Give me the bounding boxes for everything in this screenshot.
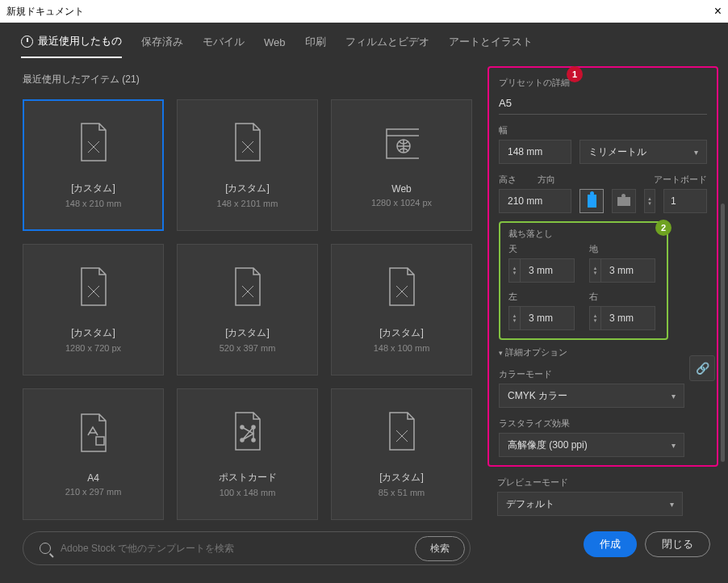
bleed-top[interactable]: 3 mm [520,258,575,283]
preset-icon [231,411,265,451]
preset-card[interactable]: [カスタム]148 x 210 mm [23,99,164,231]
preset-grid: [カスタム]148 x 210 mm[カスタム]148 x 2101 mmWeb… [23,99,475,520]
preset-dimensions: 148 x 100 mm [374,343,430,353]
preset-label: [カスタム] [379,326,424,340]
preset-card[interactable]: ポストカード100 x 148 mm [177,388,318,520]
close-icon[interactable]: × [714,4,722,19]
bleed-left-label: 左 [508,291,578,303]
preset-label: [カスタム] [379,471,424,484]
preset-dimensions: 148 x 2101 mm [217,199,278,208]
search-bar: 検索 [23,531,471,565]
preset-card[interactable]: [カスタム]85 x 51 mm [331,388,472,520]
preset-card[interactable]: Web1280 x 1024 px [331,99,472,231]
tab-label: 最近使用したもの [38,34,122,48]
search-button[interactable]: 検索 [415,536,465,561]
preset-card[interactable]: A4210 x 297 mm [23,388,164,520]
orientation-portrait[interactable] [579,189,604,213]
titlebar: 新規ドキュメント × [0,0,728,23]
tab-film[interactable]: フィルムとビデオ [345,35,429,57]
preset-details-panel: プリセットの詳細 1 幅 148 mm ミリメートル▾ 高さ 方向 アートボード… [487,66,718,467]
tab-saved[interactable]: 保存済み [141,35,183,57]
preset-icon [77,122,111,162]
preset-card[interactable]: [カスタム]148 x 2101 mm [177,99,318,231]
clock-icon [21,36,33,48]
preset-icon [77,413,111,453]
height-field[interactable]: 210 mm [499,189,571,213]
artboard-stepper[interactable]: ▲▼ [644,189,655,213]
recent-items-title: 最近使用したアイテム (21) [23,73,483,86]
preset-dimensions: 520 x 397 mm [220,343,276,353]
tab-art[interactable]: アートとイラスト [449,35,533,57]
width-label: 幅 [499,124,707,136]
artboard-label: アートボード [654,174,707,186]
unit-dropdown[interactable]: ミリメートル▾ [579,140,707,164]
preset-label: [カスタム] [225,326,270,340]
preset-icon [385,266,419,307]
preset-card[interactable]: [カスタム]148 x 100 mm [331,244,472,375]
tab-web[interactable]: Web [264,36,286,57]
width-field[interactable]: 148 mm [499,140,571,164]
preset-name-input[interactable] [499,89,707,115]
preset-dimensions: 1280 x 1024 px [371,198,432,208]
bleed-bottom[interactable]: 3 mm [600,258,655,283]
chevron-down-icon: ▾ [672,441,676,450]
height-label: 高さ [499,174,517,186]
tab-mobile[interactable]: モバイル [203,35,245,57]
preset-dimensions: 148 x 210 mm [65,199,122,208]
bleed-stepper[interactable]: ▲▼ [508,258,520,283]
chevron-down-icon: ▾ [672,392,676,401]
preset-label: ポストカード [219,471,277,484]
bleed-bottom-label: 地 [589,243,659,255]
bleed-stepper[interactable]: ▲▼ [589,306,600,330]
preset-icon [231,122,265,162]
preset-dimensions: 1280 x 720 px [65,343,121,353]
chevron-down-icon: ▾ [670,500,674,509]
svg-rect-3 [96,437,104,445]
create-button[interactable]: 作成 [584,531,637,557]
chevron-down-icon: ▾ [694,148,698,157]
preset-label: [カスタム] [225,182,270,195]
preset-card[interactable]: [カスタム]1280 x 720 px [23,244,164,375]
preset-label: [カスタム] [71,326,115,340]
bleed-top-label: 天 [508,243,578,255]
landscape-icon [617,197,630,206]
scrollbar[interactable] [721,203,725,462]
preset-label: A4 [87,472,99,484]
bleed-stepper[interactable]: ▲▼ [589,258,600,283]
preset-dimensions: 210 x 297 mm [65,487,122,497]
preset-icon [385,124,419,164]
link-bleed-button[interactable]: 🔗 [689,355,715,381]
tab-recent[interactable]: 最近使用したもの [21,34,122,58]
colormode-dropdown[interactable]: CMYK カラー▾ [499,384,684,408]
window-title: 新規ドキュメント [6,5,84,19]
annotation-2: 2 [655,220,672,236]
preview-dropdown[interactable]: デフォルト▾ [497,492,683,516]
search-icon [40,543,51,554]
search-input[interactable] [61,543,405,554]
colormode-value: CMYK カラー [508,389,567,403]
unit-value: ミリメートル [588,145,646,159]
preset-card[interactable]: [カスタム]520 x 397 mm [177,244,318,375]
raster-value: 高解像度 (300 ppi) [508,438,588,452]
raster-dropdown[interactable]: 高解像度 (300 ppi)▾ [499,433,684,457]
bleed-right-label: 右 [589,291,659,303]
bleed-stepper[interactable]: ▲▼ [508,306,520,330]
preset-dimensions: 100 x 148 mm [220,488,276,497]
bleed-right[interactable]: 3 mm [600,306,655,330]
preset-icon [231,266,265,307]
bleed-title: 裁ち落とし [508,228,659,240]
orientation-landscape[interactable] [612,189,636,213]
category-tabs: 最近使用したもの 保存済み モバイル Web 印刷 フィルムとビデオ アートとイ… [0,23,728,58]
bleed-section: 2 裁ち落とし 天▲▼3 mm 地▲▼3 mm 左▲▼3 mm 右▲▼3 mm [499,221,668,340]
colormode-label: カラーモード [499,368,707,380]
advanced-options-toggle[interactable]: 詳細オプション [499,346,707,359]
artboard-count[interactable] [663,189,707,213]
portrait-icon [588,195,596,208]
preset-dimensions: 85 x 51 mm [379,488,425,497]
preset-title: プリセットの詳細 [499,78,570,87]
bleed-left[interactable]: 3 mm [520,306,575,330]
preview-label: プレビューモード [497,476,718,489]
annotation-1: 1 [567,66,583,82]
tab-print[interactable]: 印刷 [305,35,326,57]
close-button[interactable]: 閉じる [645,531,710,557]
